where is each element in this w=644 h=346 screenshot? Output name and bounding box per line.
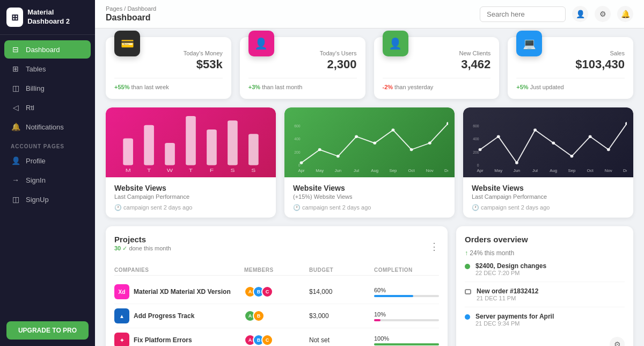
order-title: New order #1832412	[477, 287, 538, 295]
sidebar-label-dashboard: Dashboard	[26, 46, 60, 54]
orders-settings-icon[interactable]: ⚙	[610, 337, 625, 346]
svg-point-46	[589, 135, 592, 138]
orders-panel: Orders overview ↑ 24% this month $2400, …	[456, 226, 633, 346]
orders-growth: ↑ 24% this month	[465, 249, 625, 257]
member-avatar: B	[253, 310, 265, 322]
chart-info-chart1: Website Views Last Campaign Performance …	[106, 177, 276, 218]
svg-text:Aug: Aug	[550, 169, 557, 174]
table-row: ✦ Fix Platform Errors ABC Not set 100%	[114, 328, 439, 346]
sidebar-item-tables[interactable]: ⊞Tables	[4, 60, 91, 78]
completion-cell: 100%	[374, 335, 439, 345]
svg-text:M: M	[126, 168, 131, 173]
svg-text:Jul: Jul	[532, 169, 538, 174]
stat-value-users: 2,300	[248, 57, 357, 71]
svg-rect-0	[123, 139, 133, 165]
breadcrumb-pages[interactable]: Pages	[106, 5, 122, 12]
projects-done-count: 30	[114, 245, 121, 251]
svg-point-43	[533, 128, 537, 131]
svg-text:Dec: Dec	[623, 169, 627, 174]
svg-rect-6	[248, 134, 259, 165]
members-cell: AB	[244, 310, 309, 322]
svg-point-42	[515, 161, 518, 164]
svg-text:W: W	[167, 168, 173, 173]
member-avatar: C	[261, 334, 273, 346]
signin-icon: →	[11, 176, 20, 184]
projects-more-button[interactable]: ⋮	[429, 241, 439, 253]
stat-card-clients: 👤 New Clients 3,462 -2% than yesterday	[374, 37, 500, 99]
company-logo: ▲	[114, 308, 129, 323]
svg-point-40	[479, 148, 482, 151]
search-input[interactable]	[480, 6, 566, 22]
sidebar-logo-icon: ⊞	[6, 8, 23, 27]
stat-change-sales: +5%	[516, 84, 528, 90]
stat-card-sales: 💻 Sales $103,430 +5% Just updated	[508, 37, 633, 99]
svg-point-45	[570, 155, 574, 157]
svg-text:Oct: Oct	[408, 169, 415, 174]
projects-header: Projects 30 ✓ done this month ⋮	[114, 235, 439, 258]
company-cell: ✦ Fix Platform Errors	[114, 333, 244, 346]
svg-text:200: 200	[294, 150, 301, 154]
svg-text:T: T	[147, 168, 151, 173]
tables-icon: ⊞	[11, 64, 20, 73]
progress-bar-fill	[374, 319, 380, 321]
company-name: Material XD Material XD Version	[134, 288, 231, 295]
svg-text:Sep: Sep	[390, 169, 397, 174]
chart-visual-chart3: 0200400600AprMayJunJulAugSepOctNovDec	[463, 107, 633, 177]
svg-text:Jun: Jun	[514, 169, 521, 174]
stat-icon-sales: 💻	[516, 31, 542, 56]
chart-footer-chart1: 🕐 campaign sent 2 days ago	[114, 204, 267, 211]
stat-footer-clients: -2% than yesterday	[383, 78, 491, 90]
breadcrumb: Pages / Dashboard	[106, 5, 156, 12]
svg-point-47	[607, 148, 610, 151]
progress-label: 10%	[374, 311, 439, 318]
projects-title-group: Projects 30 ✓ done this month	[114, 235, 171, 258]
order-item: Server payments for April 21 DEC 9:34 PM	[465, 307, 625, 332]
svg-text:Aug: Aug	[371, 169, 378, 174]
svg-point-20	[336, 155, 340, 157]
notification-icon[interactable]: 🔔	[617, 6, 633, 22]
sidebar-label-rtl: Rtl	[26, 104, 34, 112]
svg-text:Nov: Nov	[426, 169, 434, 174]
stat-change-clients: -2%	[383, 84, 393, 90]
main-content: Pages / Dashboard Dashboard 👤 ⚙ 🔔 💳 Toda…	[95, 0, 644, 346]
completion-cell: 10%	[374, 311, 439, 321]
svg-point-22	[373, 142, 376, 145]
progress-label: 100%	[374, 335, 439, 342]
projects-done-text: done this month	[129, 245, 171, 251]
upgrade-button[interactable]: UPGRADE TO PRO	[6, 321, 89, 340]
stat-footer-money: +55% than last week	[114, 78, 223, 90]
sidebar-item-profile[interactable]: 👤Profile	[4, 152, 91, 170]
chart-footer-chart2: 🕐 campaign sent 2 days ago	[293, 204, 446, 211]
budget-cell: $14,000	[309, 288, 374, 295]
sidebar-item-signup[interactable]: ◫SignUp	[4, 190, 91, 208]
sidebar-item-dashboard[interactable]: ⊟Dashboard	[4, 40, 91, 59]
orders-header: Orders overview	[465, 235, 625, 245]
user-icon[interactable]: 👤	[572, 6, 588, 22]
svg-text:Apr: Apr	[298, 169, 305, 174]
stat-value-sales: $103,430	[516, 57, 625, 71]
order-title: $2400, Design changes	[475, 262, 546, 270]
order-time: 21 DEC 9:34 PM	[475, 320, 554, 327]
sidebar-item-rtl[interactable]: ◁Rtl	[4, 98, 91, 117]
members-cell: ABC	[244, 334, 309, 346]
svg-text:May: May	[494, 169, 502, 174]
chart-card-chart1: MTWTFSS Website Views Last Campaign Perf…	[106, 107, 276, 218]
settings-icon[interactable]: ⚙	[595, 6, 611, 22]
sidebar-item-billing[interactable]: ◫Billing	[4, 79, 91, 97]
breadcrumb-current: Dashboard	[127, 5, 156, 12]
company-name: Add Progress Track	[134, 312, 194, 320]
stat-card-money: 💳 Today's Money $53k +55% than last week	[106, 37, 231, 99]
progress-label: 60%	[374, 287, 439, 293]
svg-text:200: 200	[473, 150, 479, 154]
stat-footer-sales: +5% Just updated	[516, 78, 625, 90]
svg-point-24	[410, 148, 413, 151]
sidebar-item-signin[interactable]: →SignIn	[4, 171, 91, 189]
svg-text:S: S	[230, 168, 235, 173]
progress-bar-bg	[374, 319, 439, 321]
budget-cell: Not set	[309, 336, 374, 344]
chart-title-chart2: Website Views	[293, 184, 446, 192]
company-logo: Xd	[114, 284, 129, 299]
stat-card-users: 👤 Today's Users 2,300 +3% than last mont…	[240, 37, 365, 99]
svg-point-41	[497, 135, 500, 138]
sidebar-item-notifications[interactable]: 🔔Notifications	[4, 118, 91, 136]
